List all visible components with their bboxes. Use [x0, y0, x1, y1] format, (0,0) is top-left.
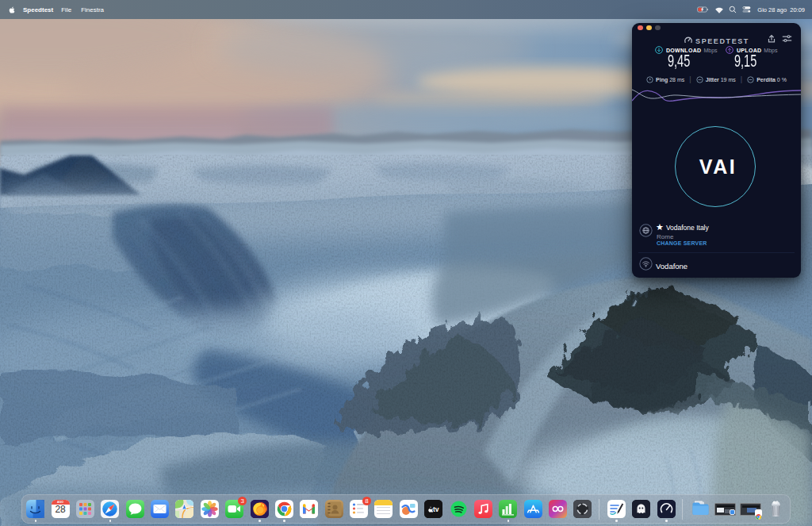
svg-text:tv: tv [433, 505, 439, 513]
